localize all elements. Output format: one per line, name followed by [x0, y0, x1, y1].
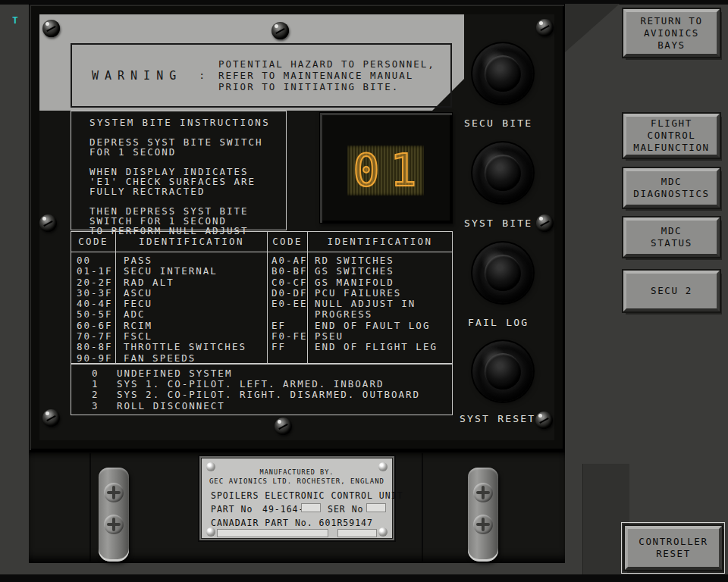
- mounting-latch-left[interactable]: [99, 468, 129, 562]
- code-cell: 80-8F: [71, 342, 115, 352]
- fail-log-knob[interactable]: [472, 242, 533, 303]
- table-row: 80-8F THROTTLE SWITCHES: [71, 342, 267, 352]
- table-row: 60-6F RCIM: [71, 321, 267, 331]
- identification-cell: FSCL: [115, 331, 152, 342]
- rivet-icon: [206, 527, 215, 537]
- table-row: C0-CF GS MANIFOLD: [268, 277, 452, 288]
- screw-icon: [271, 22, 289, 39]
- table-row: F0-FE PSEU: [268, 331, 452, 342]
- mdc-status-button[interactable]: MDC STATUS: [623, 217, 720, 257]
- table-row: 20-2F RAD ALT: [71, 277, 267, 288]
- code-cell: 70-7F: [71, 331, 115, 342]
- table-row: 00 PASS: [71, 255, 267, 266]
- plate-blank-bar: [337, 529, 377, 537]
- table-row: 70-7F FSCL: [71, 331, 267, 342]
- identification-cell: PSEU: [307, 331, 344, 342]
- code-cell: FF: [268, 342, 307, 352]
- code-display-screen: 01: [347, 146, 424, 196]
- legend-text: UNDEFINED SYSTEM: [117, 368, 232, 379]
- code-cell: C0-CF: [268, 277, 307, 288]
- identification-cell: RAD ALT: [115, 277, 174, 288]
- code-cell: EF: [268, 321, 307, 331]
- code-cell: 50-5F: [71, 309, 115, 320]
- identification-cell: PASS: [115, 255, 152, 266]
- controller-reset-button[interactable]: CONTROLLER RESET: [625, 526, 722, 570]
- right-code-table: A0-AF RD SWITCHES B0-BF GS SWITCHES C0-C…: [267, 252, 453, 364]
- legend-number: 1: [92, 379, 117, 390]
- identification-cell: END OF FAULT LOG: [307, 321, 430, 331]
- secu-bite-label: SECU BITE: [464, 117, 532, 129]
- table-row: 01-1F SECU INTERNAL: [71, 266, 267, 277]
- syst-reset-label: SYST RESET: [460, 413, 535, 424]
- screw-icon: [42, 409, 60, 427]
- manufacturer-nameplate: MANUFACTURED BY. GEC AVIONICS LTD. ROCHE…: [199, 456, 394, 540]
- legend-text: SYS 1. CO-PILOT. LEFT. ARMED. INBOARD: [117, 379, 384, 390]
- legend-text: ROLL DISCONNECT: [117, 401, 225, 411]
- phillips-screw-icon: [104, 483, 124, 502]
- identification-cell: FAN SPEEDS: [115, 353, 196, 364]
- legend-number: 0: [92, 368, 117, 379]
- right-table-id-header: IDENTIFICATION: [307, 231, 453, 252]
- identification-cell: FECU: [115, 299, 152, 309]
- legend-row: 0 UNDEFINED SYSTEM: [92, 368, 452, 379]
- code-cell: E0-EE: [268, 299, 307, 321]
- phillips-screw-icon: [473, 483, 493, 502]
- syst-reset-knob[interactable]: [472, 341, 533, 402]
- identification-cell: GS SWITCHES: [307, 266, 394, 277]
- code-display-value: 01: [347, 146, 424, 196]
- code-cell: 20-2F: [71, 277, 115, 288]
- plate-manufacturer: GEC AVIONICS LTD. ROCHESTER, ENGLAND: [201, 477, 393, 485]
- identification-cell: ADC: [115, 309, 146, 320]
- rivet-icon: [206, 462, 215, 471]
- legend-number: 3: [92, 401, 117, 411]
- table-divider: [115, 252, 116, 364]
- secu-2-button[interactable]: SECU 2: [623, 271, 720, 311]
- legend-row: 3 ROLL DISCONNECT: [92, 401, 452, 411]
- code-cell: D0-DF: [268, 288, 307, 299]
- identification-cell: THROTTLE SWITCHES: [115, 342, 246, 352]
- code-cell: 00: [71, 255, 115, 266]
- syst-bite-label: SYST BITE: [464, 217, 532, 229]
- mdc-diagnostics-button[interactable]: MDC DIAGNOSTICS: [623, 168, 720, 208]
- code-cell: 60-6F: [71, 321, 115, 331]
- identification-cell: GS MANIFOLD: [307, 277, 394, 288]
- fail-log-label: FAIL LOG: [468, 317, 529, 328]
- flight-control-malfunction-button[interactable]: FLIGHT CONTROL MALFUNCTION: [623, 114, 720, 158]
- return-to-avionics-bays-button[interactable]: RETURN TO AVIONICS BAYS: [623, 9, 720, 57]
- table-row: A0-AF RD SWITCHES: [268, 255, 452, 266]
- identification-cell: END OF FLIGHT LEG: [307, 342, 438, 352]
- code-cell: 30-3F: [71, 288, 115, 299]
- identification-cell: RD SWITCHES: [307, 255, 394, 266]
- code-cell: 40-4F: [71, 299, 115, 309]
- warning-label: WARNING: [92, 69, 182, 83]
- syst-bite-knob[interactable]: [472, 142, 533, 203]
- screw-icon: [535, 411, 553, 429]
- left-code-table: 00 PASS 01-1F SECU INTERNAL 20-2F RAD AL…: [71, 252, 268, 364]
- code-cell: 01-1F: [71, 266, 115, 277]
- screw-icon: [536, 19, 554, 36]
- identification-cell: PCU FAILURES: [307, 288, 401, 299]
- plate-ser-label: SER No: [328, 504, 364, 515]
- plate-part-value: 49-164-: [262, 504, 304, 515]
- plate-part-label: PART No: [211, 504, 253, 515]
- plate-blank-bar: [217, 529, 328, 537]
- plate-unit-name: SPOILERS ELECTRONIC CONTROL UNIT: [211, 490, 403, 501]
- secu-bite-knob[interactable]: [472, 43, 533, 104]
- table-row: EF END OF FAULT LOG: [268, 321, 452, 331]
- identification-cell: ASCU: [115, 288, 152, 299]
- table-row: 50-5F ADC: [71, 309, 267, 320]
- phillips-screw-icon: [104, 515, 124, 534]
- warning-colon: :: [199, 70, 205, 81]
- table-row: 30-3F ASCU: [71, 288, 267, 299]
- background-bevel: [565, 4, 620, 52]
- code-cell: A0-AF: [268, 255, 307, 266]
- tray-seam: [89, 453, 91, 562]
- mounting-latch-right[interactable]: [468, 468, 498, 562]
- screw-icon: [536, 214, 554, 232]
- warning-placard: WARNING : POTENTIAL HAZARD TO PERSONNEL,…: [71, 43, 452, 108]
- legend-row: 2 SYS 2. CO-PILOT. RIGHT. DISARMED. OUTB…: [92, 390, 452, 400]
- identification-cell: SECU INTERNAL: [115, 266, 218, 277]
- plate-part-blank-field: [301, 503, 321, 512]
- legend-number: 2: [92, 390, 117, 400]
- avionics-bite-panel: T WARNING : POTENTIAL HAZARD TO PERSONNE…: [0, 0, 728, 582]
